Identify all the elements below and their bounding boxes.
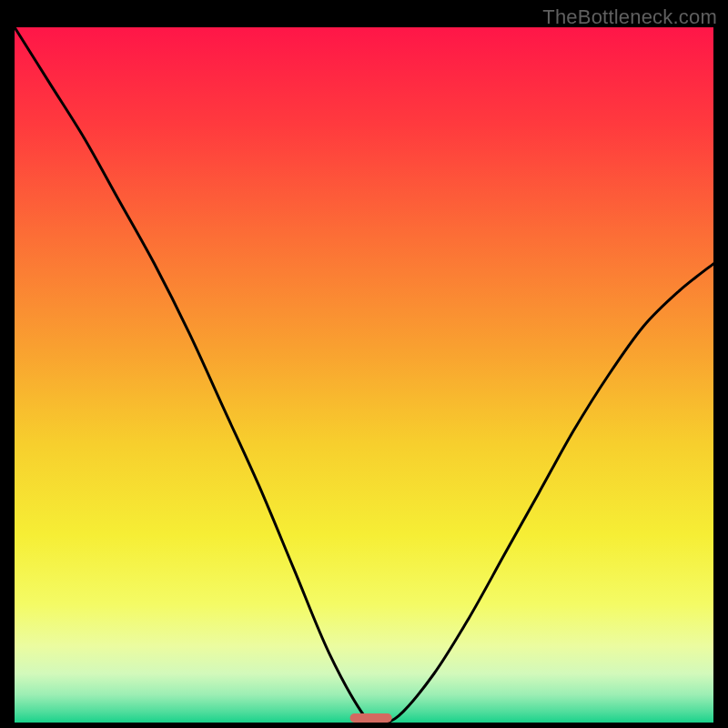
watermark-text: TheBottleneck.com xyxy=(542,5,717,29)
minimum-marker xyxy=(350,713,392,723)
bottleneck-chart xyxy=(15,27,713,723)
chart-frame: { "watermark": "TheBottleneck.com", "col… xyxy=(0,0,728,728)
